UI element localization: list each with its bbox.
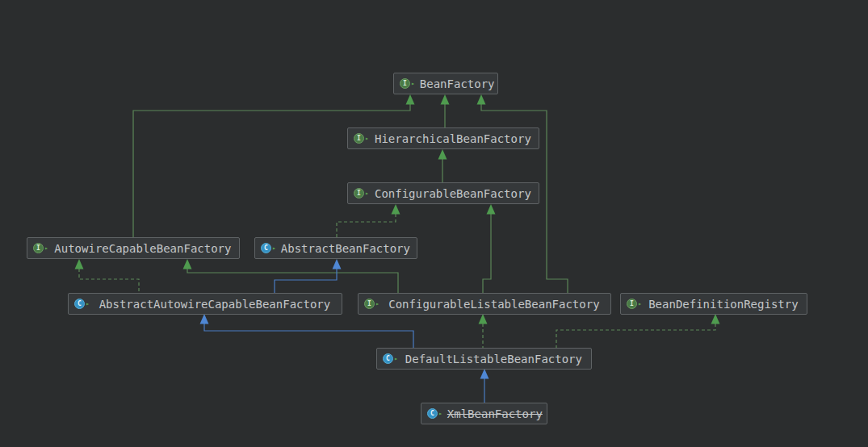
class-icon: C▸ — [383, 353, 398, 364]
edge-defaultlistablebeanfactory-implements-configurablelistablebeanfactory — [479, 314, 488, 348]
edge-configurablelistablebeanfactory-extends-configurablebeanfactory — [483, 204, 496, 293]
icon-modifier-arrow: ▸ — [638, 301, 642, 307]
edge-abstractautowirecapablebeanfactory-implements-autowirecapablebeanfactory — [75, 259, 140, 293]
icon-modifier-arrow: ▸ — [411, 81, 415, 87]
class-node-label: ConfigurableBeanFactory — [374, 187, 532, 200]
interface-icon: I▸ — [364, 299, 379, 309]
icon-modifier-arrow: ▸ — [365, 190, 369, 197]
class-node-beanfactory[interactable]: I▸ BeanFactory — [393, 73, 498, 94]
icon-modifier-arrow: ▸ — [44, 245, 48, 252]
class-node-label: BeanFactory — [420, 77, 495, 90]
class-node-abstractbeanfactory[interactable]: C▸ AbstractBeanFactory — [254, 237, 417, 259]
interface-icon: I▸ — [627, 299, 642, 309]
edge-hierarchicalbeanfactory-extends-beanfactory — [441, 94, 450, 127]
class-node-label: BeanDefinitionRegistry — [647, 298, 800, 311]
interface-icon: I▸ — [33, 243, 48, 253]
class-node-label: AbstractAutowireCapableBeanFactory — [94, 298, 335, 311]
diagram-canvas: I▸ BeanFactory I▸ HierarchicalBeanFactor… — [0, 0, 868, 447]
class-node-configurablebeanfactory[interactable]: I▸ ConfigurableBeanFactory — [347, 182, 539, 204]
class-icon: C▸ — [427, 408, 442, 419]
icon-modifier-arrow: ▸ — [394, 356, 398, 362]
class-node-label: XmlBeanFactory — [447, 407, 543, 420]
class-node-xmlbeanfactory[interactable]: C▸ XmlBeanFactory — [421, 403, 547, 424]
class-node-label: ConfigurableListableBeanFactory — [384, 298, 604, 311]
class-icon: C▸ — [261, 243, 276, 253]
class-node-abstractautowirecapablebeanfactory[interactable]: C▸ AbstractAutowireCapableBeanFactory — [68, 293, 342, 315]
class-node-label: AutowireCapableBeanFactory — [53, 242, 233, 255]
interface-icon: I▸ — [400, 78, 415, 89]
class-node-label: AbstractBeanFactory — [281, 242, 410, 255]
class-node-defaultlistablebeanfactory[interactable]: C▸ DefaultListableBeanFactory — [376, 348, 592, 370]
edge-defaultlistablebeanfactory-implements-beandefinitionregistry — [556, 314, 720, 348]
interface-icon: I▸ — [354, 133, 369, 144]
interface-icon: I▸ — [354, 188, 369, 198]
class-node-label: HierarchicalBeanFactory — [374, 132, 532, 145]
edge-configurablebeanfactory-extends-hierarchicalbeanfactory — [438, 149, 447, 182]
class-node-configurablelistablebeanfactory[interactable]: I▸ ConfigurableListableBeanFactory — [358, 293, 611, 315]
class-node-autowirecapablebeanfactory[interactable]: I▸ AutowireCapableBeanFactory — [27, 237, 240, 259]
class-icon: C▸ — [74, 299, 90, 309]
edge-autowirecapablebeanfactory-extends-beanfactory — [133, 94, 415, 237]
class-node-beandefinitionregistry[interactable]: I▸ BeanDefinitionRegistry — [620, 293, 807, 315]
icon-modifier-arrow: ▸ — [365, 136, 369, 142]
icon-modifier-arrow: ▸ — [438, 411, 442, 417]
edge-defaultlistablebeanfactory-extends-abstractautowirecapablebeanfactory — [200, 314, 414, 348]
class-node-label: DefaultListableBeanFactory — [403, 353, 585, 366]
icon-modifier-arrow: ▸ — [272, 245, 276, 252]
edge-configurablelistablebeanfactory-extends-autowirecapablebeanfactory — [183, 259, 399, 293]
class-node-hierarchicalbeanfactory[interactable]: I▸ HierarchicalBeanFactory — [347, 127, 539, 149]
edge-xmlbeanfactory-extends-defaultlistablebeanfactory — [480, 369, 489, 403]
icon-modifier-arrow: ▸ — [375, 301, 379, 307]
edges-layer — [0, 0, 868, 447]
edge-abstractbeanfactory-implements-configurablebeanfactory — [337, 204, 400, 237]
edge-abstractautowirecapablebeanfactory-extends-abstractbeanfactory — [275, 259, 342, 293]
icon-modifier-arrow: ▸ — [86, 301, 90, 307]
